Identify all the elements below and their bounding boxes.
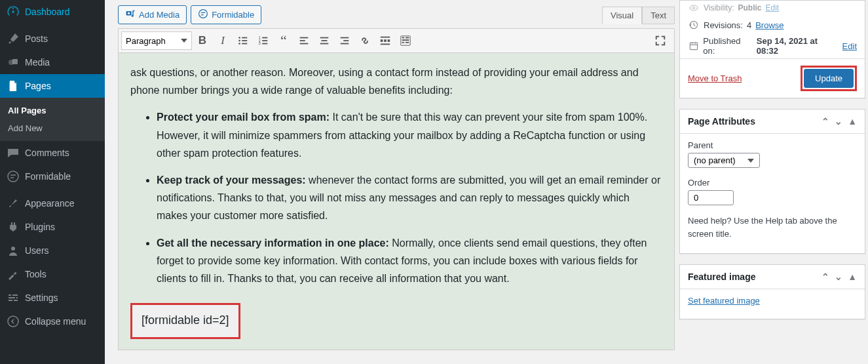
media-icon: [7, 56, 20, 69]
pages-icon: [7, 79, 20, 92]
bullet-list-button[interactable]: [233, 31, 253, 51]
attributes-body: Parent (no parent) Order Need help? Use …: [680, 134, 865, 253]
sliders-icon: [7, 291, 20, 304]
menu-dashboard[interactable]: Dashboard: [0, 0, 105, 24]
move-up-icon[interactable]: ⌃: [821, 272, 829, 282]
svg-point-7: [128, 12, 130, 14]
align-left-button[interactable]: [294, 31, 314, 51]
svg-rect-20: [262, 43, 267, 45]
move-up-icon[interactable]: ⌃: [821, 116, 829, 127]
toggle-icon[interactable]: ▲: [848, 272, 857, 282]
menu-label: Appearance: [25, 198, 75, 209]
update-button[interactable]: Update: [804, 69, 854, 88]
move-to-trash-link[interactable]: Move to Trash: [688, 73, 742, 83]
menu-media[interactable]: Media: [0, 51, 105, 74]
svg-rect-1: [12, 59, 18, 64]
submenu-add-new[interactable]: Add New: [0, 119, 105, 137]
parent-select[interactable]: (no parent): [688, 153, 760, 168]
update-highlight: Update: [801, 66, 857, 91]
menu-label: Formidable: [25, 171, 71, 182]
fullscreen-button[interactable]: [651, 31, 670, 51]
featured-header[interactable]: Featured image ⌃ ⌄ ▲: [680, 265, 865, 289]
move-down-icon[interactable]: ⌄: [835, 272, 842, 282]
add-media-button[interactable]: Add Media: [118, 5, 187, 24]
featured-image-box: Featured image ⌃ ⌄ ▲ Set featured image: [679, 264, 865, 319]
tab-text[interactable]: Text: [642, 7, 675, 24]
svg-point-8: [199, 10, 208, 18]
svg-rect-10: [242, 37, 247, 39]
toolbar-toggle-button[interactable]: [396, 31, 415, 51]
browse-revisions-link[interactable]: Browse: [755, 20, 783, 30]
help-text: Need help? Use the Help tab above the sc…: [688, 214, 857, 240]
user-icon: [7, 244, 20, 257]
move-down-icon[interactable]: ⌄: [835, 116, 842, 127]
menu-formidable[interactable]: Formidable: [0, 165, 105, 188]
svg-rect-12: [242, 40, 247, 41]
editor-toolbar: Paragraph B I 123 “: [118, 28, 675, 52]
main-area: Add Media Formidable Visual Text Paragra…: [105, 0, 868, 364]
italic-button[interactable]: I: [213, 31, 233, 51]
svg-rect-40: [406, 42, 409, 43]
svg-point-11: [238, 40, 240, 42]
attributes-header[interactable]: Page Attributes ⌃ ⌄ ▲: [680, 110, 865, 134]
set-featured-link[interactable]: Set featured image: [688, 296, 760, 306]
menu-label: Collapse menu: [25, 316, 86, 327]
editor-tabs: Visual Text: [602, 7, 675, 24]
readmore-button[interactable]: [375, 31, 395, 51]
visibility-icon: [688, 2, 700, 14]
svg-rect-24: [320, 37, 329, 39]
svg-rect-25: [322, 40, 328, 41]
menu-appearance[interactable]: Appearance: [0, 192, 105, 215]
menu-pages[interactable]: Pages: [0, 74, 105, 98]
toggle-icon[interactable]: ▲: [848, 116, 857, 127]
bold-button[interactable]: B: [193, 31, 212, 51]
shortcode-highlight: [formidable id=2]: [130, 303, 240, 339]
align-right-button[interactable]: [335, 31, 354, 51]
brush-icon: [7, 197, 20, 210]
link-button[interactable]: [355, 31, 375, 51]
formidable-button[interactable]: Formidable: [191, 5, 261, 24]
menu-label: Settings: [25, 293, 58, 303]
revisions-icon: [688, 19, 700, 31]
benefits-list: Protect your email box from spam: It can…: [157, 108, 662, 287]
edit-date-link[interactable]: Edit: [842, 41, 857, 51]
order-input[interactable]: [688, 190, 734, 205]
visibility-row: Visibility: Public Edit: [680, 2, 865, 16]
edit-visibility-link[interactable]: Edit: [765, 3, 779, 12]
svg-rect-30: [381, 37, 390, 38]
featured-body: Set featured image: [680, 289, 865, 319]
svg-rect-38: [402, 39, 409, 41]
numbered-list-button[interactable]: 123: [254, 31, 273, 51]
editor-top-bar: Add Media Formidable Visual Text: [118, 5, 675, 24]
svg-rect-27: [341, 37, 349, 39]
dashboard-icon: [7, 5, 20, 18]
menu-posts[interactable]: Posts: [0, 27, 105, 51]
editor-wrap: Add Media Formidable Visual Text Paragra…: [118, 5, 675, 350]
menu-label: Plugins: [25, 222, 55, 232]
menu-comments[interactable]: Comments: [0, 141, 105, 165]
collapse-icon: [7, 315, 20, 328]
tab-visual[interactable]: Visual: [602, 7, 642, 24]
svg-rect-2: [9, 82, 16, 91]
svg-point-9: [238, 37, 240, 39]
submenu-all-pages[interactable]: All Pages: [0, 102, 105, 119]
menu-settings[interactable]: Settings: [0, 286, 105, 310]
published-row: Published on: Sep 14, 2021 at 08:32 Edit: [680, 33, 865, 58]
menu-label: Dashboard: [25, 7, 70, 17]
svg-rect-21: [300, 37, 309, 39]
list-item: Keep track of your messages: whenever th…: [157, 171, 662, 225]
menu-collapse[interactable]: Collapse menu: [0, 310, 105, 333]
pin-icon: [7, 32, 20, 45]
panel-controls: ⌃ ⌄ ▲: [821, 116, 857, 127]
formidable-icon: [198, 9, 208, 21]
format-select[interactable]: Paragraph: [121, 31, 192, 50]
editor-content[interactable]: ask questions, or another reason. Moreov…: [118, 52, 675, 350]
menu-plugins[interactable]: Plugins: [0, 215, 105, 239]
admin-sidebar: Dashboard Posts Media Pages All Pages Ad…: [0, 0, 105, 364]
menu-tools[interactable]: Tools: [0, 262, 105, 286]
svg-rect-32: [381, 39, 383, 42]
formidable-icon: [7, 170, 20, 183]
align-center-button[interactable]: [314, 31, 334, 51]
blockquote-button[interactable]: “: [274, 31, 293, 51]
menu-users[interactable]: Users: [0, 239, 105, 262]
